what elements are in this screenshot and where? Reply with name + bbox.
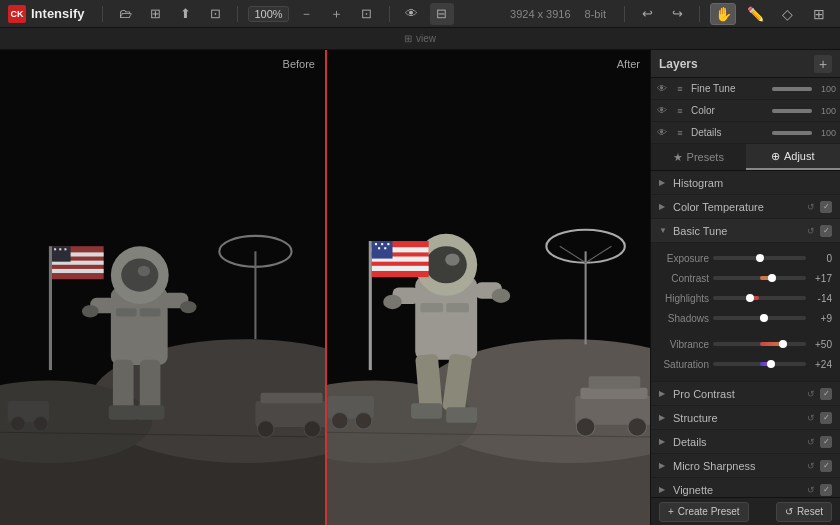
layer-slider-details[interactable] xyxy=(772,131,812,135)
hand-tool-button[interactable]: ✋ xyxy=(710,3,736,25)
layer-row-finetune[interactable]: 👁 ≡ Fine Tune 100 xyxy=(651,78,840,100)
tune-slider-exposure[interactable] xyxy=(713,256,806,260)
section-vignette[interactable]: ▶ Vignette ↺ ✓ xyxy=(651,478,840,497)
section-structure[interactable]: ▶ Structure ↺ ✓ xyxy=(651,406,840,430)
toolbar-separator-3 xyxy=(389,6,390,22)
tune-slider-highlights[interactable] xyxy=(713,296,806,300)
reset-icon: ↺ xyxy=(785,506,793,517)
reset-icon-vignette[interactable]: ↺ xyxy=(804,483,818,497)
layers-title: Layers xyxy=(659,57,814,71)
svg-rect-64 xyxy=(375,243,377,245)
section-basic-tune[interactable]: ▼ Basic Tune ↺ ✓ xyxy=(651,219,840,243)
tune-value-highlights: -14 xyxy=(810,293,832,304)
tune-label-vibrance: Vibrance xyxy=(659,339,709,350)
section-color-temperature[interactable]: ▶ Color Temperature ↺ ✓ xyxy=(651,195,840,219)
svg-rect-16 xyxy=(113,360,134,412)
undo-button[interactable]: ↩ xyxy=(635,3,659,25)
enable-checkbox-details[interactable]: ✓ xyxy=(820,436,832,448)
layer-name-finetune: Fine Tune xyxy=(691,83,768,94)
app-logo: CK Intensify xyxy=(8,5,84,23)
section-icons-colortemp: ↺ ✓ xyxy=(804,200,832,214)
layer-slider-color[interactable] xyxy=(772,109,812,113)
svg-rect-56 xyxy=(411,403,442,418)
redo-button[interactable]: ↪ xyxy=(665,3,689,25)
svg-point-8 xyxy=(121,259,158,292)
layer-name-details: Details xyxy=(691,127,768,138)
layer-eye-finetune[interactable]: 👁 xyxy=(655,82,669,96)
eraser-tool-button[interactable]: ◇ xyxy=(774,3,800,25)
layer-eye-color[interactable]: 👁 xyxy=(655,104,669,118)
before-after-container: Before xyxy=(0,50,650,525)
add-layer-button[interactable]: + xyxy=(814,55,832,73)
tune-slider-contrast[interactable] xyxy=(713,276,806,280)
tune-slider-vibrance[interactable] xyxy=(713,342,806,346)
reset-icon-structure[interactable]: ↺ xyxy=(804,411,818,425)
fit-view-button[interactable]: ⊡ xyxy=(355,3,379,25)
layer-slider-finetune[interactable] xyxy=(772,87,812,91)
section-histogram[interactable]: ▶ Histogram xyxy=(651,171,840,195)
reset-icon-details[interactable]: ↺ xyxy=(804,435,818,449)
view-label: view xyxy=(416,33,436,44)
pen-tool-button[interactable]: ✏️ xyxy=(742,3,768,25)
eye-button[interactable]: 👁 xyxy=(400,3,424,25)
section-icons-structure: ↺ ✓ xyxy=(804,411,832,425)
layer-row-color[interactable]: 👁 ≡ Color 100 xyxy=(651,100,840,122)
crop-button[interactable]: ⊡ xyxy=(203,3,227,25)
svg-rect-58 xyxy=(369,241,372,370)
compare-button[interactable]: ⊟ xyxy=(430,3,454,25)
enable-checkbox-colortemp[interactable]: ✓ xyxy=(820,201,832,213)
section-pro-contrast[interactable]: ▶ Pro Contrast ↺ ✓ xyxy=(651,382,840,406)
svg-point-47 xyxy=(445,253,459,265)
svg-rect-66 xyxy=(387,243,389,245)
tune-value-vibrance: +50 xyxy=(810,339,832,350)
tune-slider-shadows[interactable] xyxy=(713,316,806,320)
section-title-basictune: Basic Tune xyxy=(673,225,800,237)
bit-depth: 8-bit xyxy=(585,8,606,20)
enable-checkbox-procontrast[interactable]: ✓ xyxy=(820,388,832,400)
svg-point-33 xyxy=(304,421,321,438)
layer-icon-details: ≡ xyxy=(673,126,687,140)
section-title-procontrast: Pro Contrast xyxy=(673,388,800,400)
chevron-icon-structure: ▶ xyxy=(659,413,669,422)
zoom-in-button[interactable]: ＋ xyxy=(325,3,349,25)
reset-button[interactable]: ↺ Reset xyxy=(776,502,832,522)
enable-checkbox-basictune[interactable]: ✓ xyxy=(820,225,832,237)
open-folder-button[interactable]: 🗁 xyxy=(113,3,137,25)
enable-checkbox-microsharp[interactable]: ✓ xyxy=(820,460,832,472)
tab-presets[interactable]: ★ Presets xyxy=(651,144,746,170)
svg-rect-20 xyxy=(49,246,52,370)
tab-adjust[interactable]: ⊕ Adjust xyxy=(746,144,841,170)
section-icons-procontrast: ↺ ✓ xyxy=(804,387,832,401)
svg-point-36 xyxy=(11,417,25,431)
reset-icon-colortemp[interactable]: ↺ xyxy=(804,200,818,214)
reset-icon-basictune[interactable]: ↺ xyxy=(804,224,818,238)
section-micro-sharpness[interactable]: ▶ Micro Sharpness ↺ ✓ xyxy=(651,454,840,478)
tune-slider-saturation[interactable] xyxy=(713,362,806,366)
reset-icon-procontrast[interactable]: ↺ xyxy=(804,387,818,401)
svg-rect-34 xyxy=(261,393,323,403)
create-preset-button[interactable]: + Create Preset xyxy=(659,502,749,522)
layers-header: Layers + xyxy=(651,50,840,78)
chevron-icon-vignette: ▶ xyxy=(659,485,669,494)
tune-label-highlights: Highlights xyxy=(659,293,709,304)
zoom-out-button[interactable]: － xyxy=(295,3,319,25)
grid-tool-button[interactable]: ⊞ xyxy=(806,3,832,25)
tune-value-shadows: +9 xyxy=(810,313,832,324)
tune-label-saturation: Saturation xyxy=(659,359,709,370)
chevron-icon-microsharp: ▶ xyxy=(659,461,669,470)
layer-row-details[interactable]: 👁 ≡ Details 100 xyxy=(651,122,840,144)
enable-checkbox-vignette[interactable]: ✓ xyxy=(820,484,832,496)
svg-point-46 xyxy=(426,246,467,283)
svg-rect-77 xyxy=(589,376,641,388)
svg-rect-67 xyxy=(378,247,380,249)
section-details[interactable]: ▶ Details ↺ ✓ xyxy=(651,430,840,454)
svg-rect-11 xyxy=(140,308,161,316)
grid-view-button[interactable]: ⊞ xyxy=(143,3,167,25)
svg-rect-24 xyxy=(52,269,104,273)
section-icons-microsharp: ↺ ✓ xyxy=(804,459,832,473)
share-button[interactable]: ⬆ xyxy=(173,3,197,25)
svg-rect-17 xyxy=(140,360,161,412)
enable-checkbox-structure[interactable]: ✓ xyxy=(820,412,832,424)
layer-eye-details[interactable]: 👁 xyxy=(655,126,669,140)
reset-icon-microsharp[interactable]: ↺ xyxy=(804,459,818,473)
